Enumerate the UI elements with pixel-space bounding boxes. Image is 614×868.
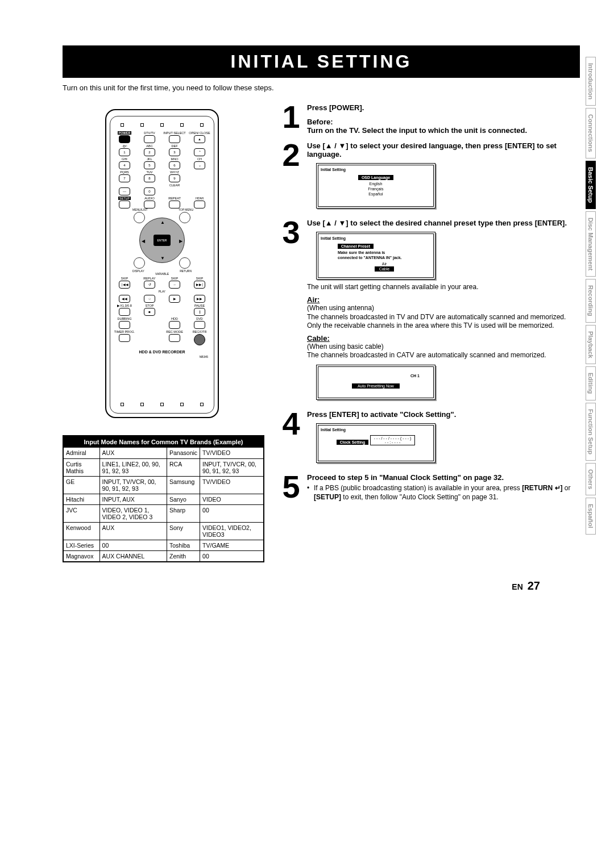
table-row: LXI-Series00ToshibaTV/GAME bbox=[63, 540, 264, 551]
side-tab: Español bbox=[586, 498, 596, 535]
side-tab: Editing bbox=[586, 366, 596, 400]
step-1: 1 Press [POWER]. Before: Turn on the TV.… bbox=[279, 103, 580, 135]
table-row: Curtis MathisLINE1, LINE2, 00, 90, 91, 9… bbox=[63, 458, 264, 476]
page-title: INITIAL SETTING bbox=[63, 45, 580, 78]
side-tabs: IntroductionConnectionsBasic SetupDisc M… bbox=[586, 57, 597, 537]
step-4: 4 Press [ENTER] to activate "Clock Setti… bbox=[279, 410, 580, 466]
table-row: GEINPUT, TV/VCR, 00, 90, 91, 92, 93Samsu… bbox=[63, 476, 264, 494]
side-tab: Introduction bbox=[586, 57, 596, 106]
side-tab: Disc Management bbox=[586, 211, 596, 277]
table-row: AdmiralAUXPanasonicTV/VIDEO bbox=[63, 448, 264, 458]
osd-language-diagram: Initial Setting OSD Language English Fra… bbox=[316, 163, 435, 208]
side-tab: Function Setup bbox=[586, 403, 596, 461]
side-tab: Others bbox=[586, 463, 596, 495]
remote-bottom-dots bbox=[113, 403, 211, 406]
osd-channel-preset-diagram: Initial Setting Channel Preset Make sure… bbox=[316, 232, 435, 279]
table-row: JVCVIDEO, VIDEO 1, VIDEO 2, VIDEO 3Sharp… bbox=[63, 504, 264, 522]
step-5: 5 Proceed to step 5 in "Manual Clock Set… bbox=[279, 473, 580, 502]
remote-top-dots bbox=[113, 123, 211, 127]
table-row: MagnavoxAUX CHANNELZenith00 bbox=[63, 551, 264, 562]
table-row: HitachiINPUT, AUXSanyoVIDEO bbox=[63, 494, 264, 504]
page-footer: EN27 bbox=[63, 579, 580, 592]
remote-illustration: POWER DTV/TV INPUT SELECT OPEN/ CLOSE▲ .… bbox=[105, 109, 219, 418]
osd-clock-diagram: Initial Setting Clock Setting - - - / - … bbox=[316, 423, 435, 463]
osd-auto-preset-diagram: CH 1 Auto Presetting Now bbox=[316, 365, 435, 400]
remote-nav-pad: MENU/LIST TOP MENU DISPLAY RETURN ▲ ▼ ◀ … bbox=[134, 212, 190, 269]
step-2: 2 Use [▲ / ▼] to select your desired lan… bbox=[279, 141, 580, 212]
side-tab: Basic Setup bbox=[586, 161, 596, 209]
side-tab: Playback bbox=[586, 325, 596, 365]
input-mode-table: Input Mode Names for Common TV Brands (E… bbox=[63, 435, 264, 562]
intro-text: Turn on this unit for the first time, yo… bbox=[63, 84, 580, 92]
table-row: KenwoodAUXSonyVIDEO1, VIDEO2, VIDEO3 bbox=[63, 522, 264, 540]
step-3: 3 Use [▲ / ▼] to select the desired chan… bbox=[279, 219, 580, 403]
side-tab: Connections bbox=[586, 108, 596, 158]
side-tab: Recording bbox=[586, 279, 596, 322]
